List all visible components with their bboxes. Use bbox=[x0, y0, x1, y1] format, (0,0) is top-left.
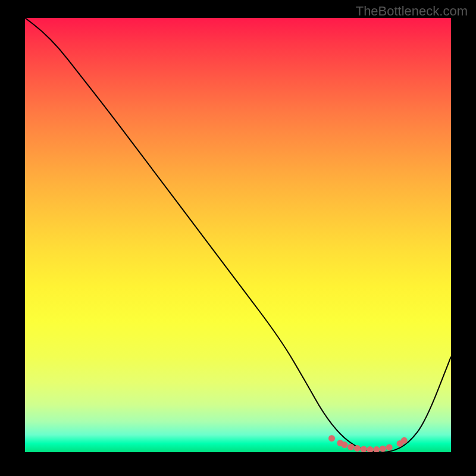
marker-dot bbox=[342, 441, 348, 448]
marker-dot bbox=[347, 444, 354, 450]
marker-dot bbox=[386, 444, 393, 450]
marker-dot bbox=[354, 445, 361, 452]
marker-dot bbox=[367, 446, 373, 452]
bottleneck-curve-line bbox=[25, 18, 451, 452]
chart-svg bbox=[25, 18, 451, 452]
chart-plot-area bbox=[25, 18, 451, 452]
marker-dot bbox=[361, 446, 367, 452]
marker-dot bbox=[380, 446, 386, 452]
marker-dot bbox=[373, 446, 380, 452]
marker-dot bbox=[401, 437, 408, 444]
marker-dot bbox=[328, 435, 335, 441]
watermark-text: TheBottleneck.com bbox=[356, 4, 468, 19]
